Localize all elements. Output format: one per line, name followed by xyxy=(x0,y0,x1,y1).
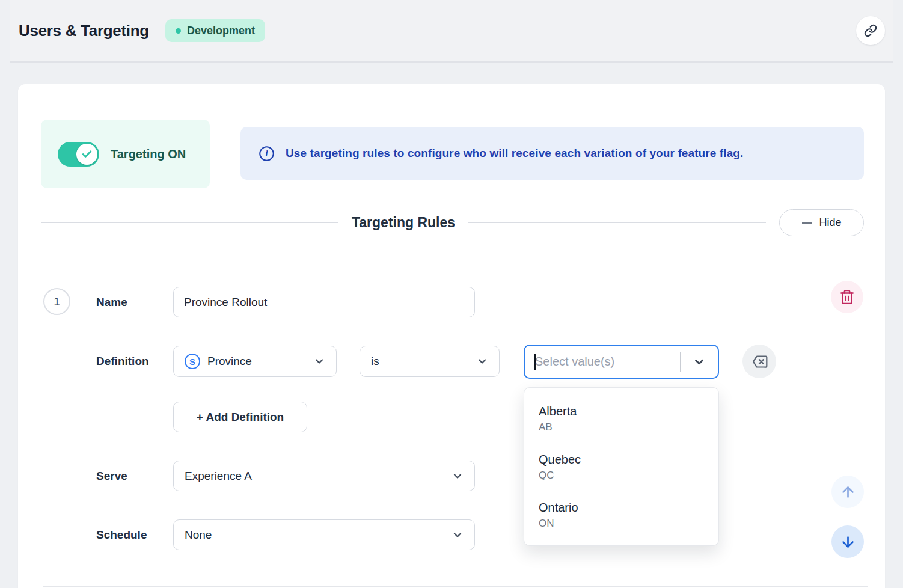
add-definition-button[interactable]: + Add Definition xyxy=(173,402,307,432)
values-search-input[interactable] xyxy=(535,355,680,369)
property-select-value: Province xyxy=(207,355,252,368)
rules-section-title: Targeting Rules xyxy=(352,215,455,231)
clear-values-button[interactable] xyxy=(742,345,776,378)
hide-rules-label: Hide xyxy=(819,216,842,229)
values-dropdown-menu: Alberta AB Quebec QC Ontario ON xyxy=(524,387,719,546)
rule-number-badge: 1 xyxy=(43,288,70,315)
serve-select-value: Experience A xyxy=(185,470,252,483)
move-rule-down-button[interactable] xyxy=(831,525,864,558)
environment-badge: Development xyxy=(165,19,265,42)
info-icon: i xyxy=(259,145,275,162)
menu-item-code: AB xyxy=(539,420,704,435)
values-multiselect[interactable] xyxy=(524,345,719,379)
copy-link-button[interactable] xyxy=(856,16,885,45)
rules-section-header: Targeting Rules Hide xyxy=(41,209,864,236)
definition-label: Definition xyxy=(96,346,149,377)
serve-select[interactable]: Experience A xyxy=(173,461,475,491)
chevron-down-icon xyxy=(452,470,464,482)
targeting-toggle-card: Targeting ON xyxy=(41,120,210,188)
hide-rules-button[interactable]: Hide xyxy=(779,209,864,236)
divider-line xyxy=(41,222,338,223)
chevron-down-icon xyxy=(452,529,464,541)
divider-line xyxy=(43,586,868,587)
divider-line xyxy=(468,222,766,223)
targeting-toggle-label: Targeting ON xyxy=(111,147,186,161)
environment-dot-icon xyxy=(176,28,181,34)
link-icon xyxy=(864,24,877,37)
property-select[interactable]: S Province xyxy=(173,346,337,377)
comparator-select[interactable]: is xyxy=(360,346,500,377)
svg-text:i: i xyxy=(266,149,268,158)
chevron-down-icon xyxy=(476,355,488,367)
menu-item-code: QC xyxy=(539,468,704,483)
arrow-up-icon xyxy=(840,484,856,500)
comparator-select-value: is xyxy=(371,355,379,368)
menu-item-quebec[interactable]: Quebec QC xyxy=(524,443,718,491)
menu-item-ontario[interactable]: Ontario ON xyxy=(524,491,718,539)
schedule-select-value: None xyxy=(185,528,212,542)
menu-item-alberta[interactable]: Alberta AB xyxy=(524,395,718,443)
menu-item-label: Ontario xyxy=(539,499,704,516)
backspace-icon xyxy=(751,354,768,370)
info-banner-text: Use targeting rules to configure who wil… xyxy=(286,147,743,160)
targeting-card: Targeting ON i Use targeting rules to co… xyxy=(18,84,885,588)
move-rule-up-button[interactable] xyxy=(831,476,864,508)
schedule-label: Schedule xyxy=(96,519,147,550)
menu-item-label: Quebec xyxy=(539,451,704,468)
info-banner: i Use targeting rules to configure who w… xyxy=(240,127,864,180)
environment-label: Development xyxy=(187,25,255,37)
menu-item-code: ON xyxy=(539,516,704,531)
page-title: Users & Targeting xyxy=(19,22,149,40)
string-type-icon: S xyxy=(185,354,200,369)
targeting-toggle[interactable] xyxy=(58,142,99,167)
schedule-select[interactable]: None xyxy=(173,519,475,550)
name-label: Name xyxy=(96,287,127,317)
rule-name-input[interactable] xyxy=(173,287,475,317)
delete-rule-button[interactable] xyxy=(831,281,863,313)
chevron-down-icon xyxy=(313,355,325,367)
arrow-down-icon xyxy=(840,534,856,550)
menu-item-label: Alberta xyxy=(539,403,704,420)
chevron-down-icon[interactable] xyxy=(681,355,718,369)
check-icon xyxy=(76,144,97,165)
page-header: Users & Targeting Development xyxy=(10,0,893,63)
trash-icon xyxy=(839,289,855,305)
serve-label: Serve xyxy=(96,461,127,491)
minus-icon xyxy=(802,222,812,224)
